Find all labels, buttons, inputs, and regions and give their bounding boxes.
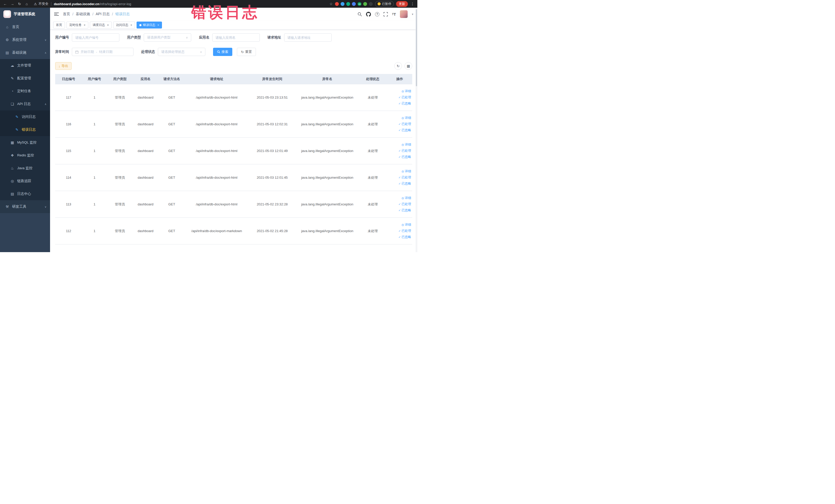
extension-red-icon[interactable] [335, 2, 339, 6]
sidebar-item-redis-monitor[interactable]: ❖Redis 监控 [0, 149, 50, 162]
action-detail[interactable]: ◎详细 [402, 196, 411, 200]
action-label: 已忽略 [402, 128, 411, 133]
logo-row[interactable]: 芋道管理系统 [0, 8, 50, 21]
column-settings-button[interactable]: ▦ [405, 62, 412, 70]
extension-on-icon[interactable]: on [358, 2, 361, 6]
action-ignored[interactable]: ✓已忽略 [399, 155, 411, 159]
sidebar-item-mysql-monitor[interactable]: ▦MySQL 监控 [0, 136, 50, 149]
action-detail[interactable]: ◎详细 [402, 116, 411, 120]
back-icon[interactable]: ← [3, 2, 8, 6]
tab-schedule-log[interactable]: 调度日志× [90, 22, 111, 28]
sidebar-item-error-log[interactable]: ✎错误日志 [0, 123, 50, 136]
refresh-icon: ↻ [241, 50, 244, 54]
sidebar-item-infrastructure[interactable]: ▤基础设施∧ [0, 46, 50, 59]
close-icon[interactable]: × [84, 23, 85, 27]
close-icon[interactable]: × [157, 23, 159, 27]
export-button[interactable]: ↓ 导出 [55, 62, 72, 70]
action-ignored[interactable]: ✓已忽略 [399, 182, 411, 186]
tab-error-log[interactable]: 错误日志× [137, 22, 162, 28]
bookmark-star-icon[interactable]: ☆ [329, 2, 333, 6]
tab-label: 访问日志 [116, 23, 128, 27]
cell-time: 2021-05-03 12:01:45 [248, 176, 296, 180]
action-processed[interactable]: ✓已处理 [399, 175, 411, 180]
breadcrumb-item[interactable]: API 日志 [96, 12, 109, 16]
extension-grid-icon[interactable] [352, 2, 356, 6]
close-icon[interactable]: × [130, 23, 132, 27]
action-processed[interactable]: ✓已处理 [399, 229, 411, 233]
extension-paw-icon[interactable] [369, 2, 373, 6]
action-detail[interactable]: ◎详细 [402, 223, 411, 227]
extension-leaf-icon[interactable] [363, 2, 367, 6]
cell-status: 未处理 [358, 175, 387, 180]
cell-user-type: 管理员 [107, 202, 133, 207]
home-icon[interactable]: ⌂ [24, 2, 29, 6]
action-ignored[interactable]: ✓已忽略 [399, 235, 411, 239]
sidebar-item-file-management[interactable]: ☁文件管理 [0, 59, 50, 72]
font-size-icon[interactable]: TT [392, 12, 396, 16]
action-ignored[interactable]: ✓已忽略 [399, 101, 411, 106]
user-type-select[interactable]: 请选择用户类型 ∨ [144, 33, 191, 42]
sidebar-item-tracing[interactable]: ◎链路追踪 [0, 175, 50, 187]
date-range-picker[interactable]: 开始日期 - 结束日期 [72, 48, 134, 56]
help-icon[interactable]: ? [375, 12, 380, 16]
sidebar-item-home[interactable]: ⌂首页 [0, 21, 50, 33]
scrollbar[interactable] [415, 8, 418, 252]
cell-exception: java.lang.IllegalArgumentException [296, 122, 358, 126]
extension-teal-icon[interactable] [346, 2, 350, 6]
action-detail[interactable]: ◎详细 [402, 142, 411, 147]
omnibox[interactable]: ⚠ 不安全 dashboard.yudao.iocoder.cn/infra/l… [34, 2, 131, 6]
action-ignored[interactable]: ✓已忽略 [399, 128, 411, 133]
sidebar-item-label: MySQL 监控 [17, 140, 46, 145]
sidebar-item-config-management[interactable]: ✎配置管理 [0, 72, 50, 85]
action-processed[interactable]: ✓已处理 [399, 202, 411, 206]
chevron-down-icon[interactable]: ▾ [412, 13, 413, 16]
app-name-input[interactable] [212, 33, 260, 42]
breadcrumb-item[interactable]: 首页 [63, 12, 70, 16]
process-status-select[interactable]: 请选择处理状态 ∨ [158, 48, 205, 56]
user-type-label: 用户类型 [127, 35, 141, 40]
sidebar-item-system-management[interactable]: ⚙系统管理∨ [0, 33, 50, 46]
sidebar-item-api-logs[interactable]: ❏API 日志∧ [0, 98, 50, 110]
fullscreen-icon[interactable] [384, 12, 388, 16]
action-processed[interactable]: ✓已处理 [399, 122, 411, 126]
sidebar-item-access-log[interactable]: ✎访问日志 [0, 110, 50, 123]
refresh-table-button[interactable]: ↻ [394, 62, 402, 70]
extension-water-icon[interactable] [341, 2, 345, 6]
paused-badge[interactable]: 已暂停 [375, 1, 394, 7]
reset-button[interactable]: ↻ 重置 [237, 48, 256, 56]
action-detail[interactable]: ◎详细 [402, 169, 411, 174]
action-detail[interactable]: ◎详细 [402, 89, 411, 94]
avatar[interactable] [400, 10, 408, 18]
user-id-input[interactable] [72, 33, 119, 42]
action-processed[interactable]: ✓已处理 [399, 95, 411, 100]
tab-scheduled-tasks[interactable]: 定时任务× [66, 22, 88, 28]
check-icon: ✓ [399, 155, 401, 159]
tab-access-log[interactable]: 访问日志× [113, 22, 135, 28]
scrollbar-thumb[interactable] [416, 9, 417, 86]
search-button[interactable]: 搜索 [213, 48, 232, 56]
action-ignored[interactable]: ✓已忽略 [399, 208, 411, 213]
forward-icon[interactable]: → [10, 2, 15, 6]
breadcrumb-item[interactable]: 基础设施 [76, 12, 90, 16]
update-button[interactable]: 更新 [396, 1, 408, 7]
search-icon[interactable] [358, 12, 362, 16]
sidebar-item-log-center[interactable]: ▤日志中心 [0, 187, 50, 200]
browser-menu-icon[interactable]: ⋮ [410, 2, 415, 6]
tab-home[interactable]: 首页 [53, 22, 65, 28]
sidebar-menu: ⌂首页⚙系统管理∨▤基础设施∧☁文件管理✎配置管理◔定时任务❏API 日志∧✎访… [0, 21, 50, 213]
log-center-icon: ▤ [10, 192, 14, 196]
request-url-input[interactable] [284, 33, 332, 42]
action-label: 详细 [405, 169, 411, 174]
cell-time: 2021-05-03 12:02:31 [248, 122, 296, 126]
sidebar-item-scheduled-tasks[interactable]: ◔定时任务 [0, 85, 50, 98]
action-processed[interactable]: ✓已处理 [399, 149, 411, 153]
close-icon[interactable]: × [107, 23, 109, 27]
reload-icon[interactable]: ↻ [17, 2, 22, 6]
cell-actions: ◎详细✓已处理✓已忽略 [387, 116, 412, 133]
github-icon[interactable] [366, 12, 371, 17]
logo-title: 芋道管理系统 [14, 12, 35, 16]
sidebar-item-java-monitor[interactable]: ♨Java 监控 [0, 162, 50, 175]
sidebar-item-dev-tools[interactable]: ⚒研发工具∨ [0, 200, 50, 213]
hamburger-icon[interactable] [54, 12, 59, 16]
cell-method: GET [158, 96, 185, 99]
